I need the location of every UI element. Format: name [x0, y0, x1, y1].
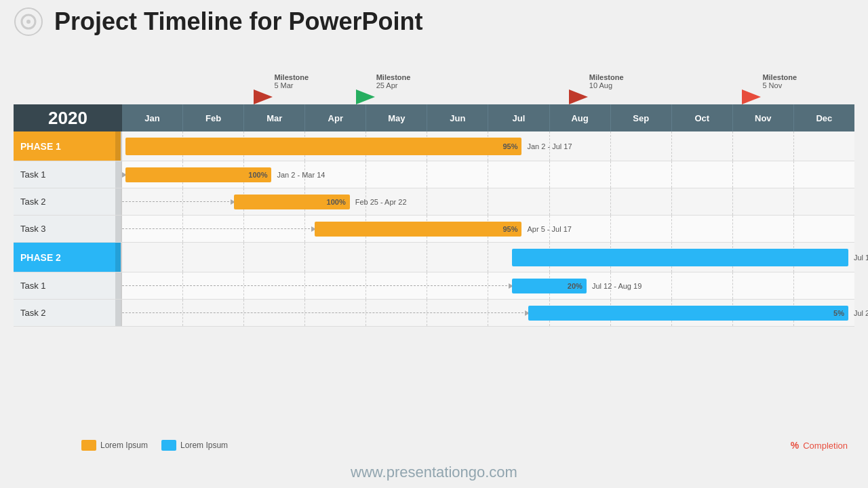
month-mar: Mar: [244, 104, 305, 131]
grid-col-Nov: [733, 272, 794, 299]
label-task3a: Task 3: [14, 216, 122, 242]
month-may: May: [366, 104, 427, 131]
month-jun: Jun: [427, 104, 488, 131]
cells-phase2: Jul 12 - Nov 27: [122, 243, 854, 272]
gantt-rows: PHASE 195%Jan 2 - Jul 17Task 1100%Jan 2 …: [14, 131, 854, 327]
label-stripe: [115, 243, 121, 272]
grid-col-Dec: [794, 216, 854, 242]
legend-label-2: Lorem Ipsum: [180, 441, 228, 450]
grid-col-Dec: [794, 272, 854, 299]
bar-phase1: 95%: [125, 138, 521, 155]
grid-col-Jul: [488, 188, 549, 215]
bar-completion-phase1: 95%: [502, 142, 517, 150]
date-range-task3a: Apr 5 - Jul 17: [528, 225, 572, 233]
date-range-task1a: Jan 2 - Mar 14: [277, 171, 326, 179]
milestone-m2: Milestone25 Apr: [356, 89, 375, 104]
bar-task2a: 100%: [234, 195, 350, 209]
grid-col-Aug: [550, 161, 611, 188]
gantt-row-task1a: Task 1100%Jan 2 - Mar 14: [14, 161, 854, 188]
grid-col-Dec: [794, 188, 854, 215]
grid-col-Aug: [550, 188, 611, 215]
cells-task1a: 100%Jan 2 - Mar 14: [122, 161, 854, 188]
footer: www.presentationgo.com: [0, 464, 868, 481]
grid-col-Feb: [183, 243, 244, 272]
label-stripe: [115, 161, 121, 188]
svg-marker-3: [254, 89, 273, 104]
bar-completion-task1a: 100%: [248, 171, 267, 179]
milestone-flag-m1: [254, 89, 273, 104]
legend-color-2: [161, 440, 176, 451]
logo-icon: [14, 7, 43, 37]
bar-completion-task2a: 100%: [327, 198, 346, 206]
grid-col-Sep: [611, 131, 672, 161]
month-jan: Jan: [122, 104, 183, 131]
svg-marker-6: [742, 89, 761, 104]
milestone-text-m4: Milestone5 Nov: [762, 73, 797, 89]
legend-item-2: Lorem Ipsum: [161, 440, 228, 451]
arrow-connector: [122, 228, 313, 230]
grid-col-Oct: [672, 216, 733, 242]
arrow-connector: [122, 312, 527, 314]
label-stripe: [115, 188, 121, 215]
bar-completion-task1b: 20%: [568, 282, 583, 290]
month-header-row: 2020 JanFebMarAprMayJunJulAugSepOctNovDe…: [14, 104, 854, 131]
header: Project Timeline for PowerPoint: [0, 0, 868, 40]
grid-col-Sep: [611, 188, 672, 215]
legend-item-1: Lorem Ipsum: [81, 440, 148, 451]
month-nov: Nov: [733, 104, 794, 131]
bar-completion-task2b: 5%: [833, 309, 844, 317]
cells-task2a: 100%Feb 25 - Apr 22: [122, 188, 854, 215]
grid-col-Oct: [672, 161, 733, 188]
grid-col-Oct: [672, 131, 733, 161]
grid-col-Jun: [427, 243, 488, 272]
label-task1a: Task 1: [14, 161, 122, 188]
svg-marker-5: [569, 89, 588, 104]
grid-col-Jun: [427, 188, 488, 215]
label-task1b: Task 1: [14, 272, 122, 299]
grid-col-May: [366, 161, 427, 188]
grid-col-Oct: [672, 188, 733, 215]
date-range-phase2: Jul 12 - Nov 27: [854, 253, 868, 262]
grid-col-Apr: [305, 243, 366, 272]
month-apr: Apr: [305, 104, 366, 131]
milestone-m4: Milestone5 Nov: [742, 89, 761, 104]
grid-col-Jul: [488, 161, 549, 188]
svg-marker-4: [356, 89, 375, 104]
cells-task3a: 95%Apr 5 - Jul 17: [122, 216, 854, 242]
month-oct: Oct: [672, 104, 733, 131]
label-stripe: [115, 131, 121, 161]
bar-completion-task3a: 95%: [502, 225, 517, 233]
grid-col-Nov: [733, 188, 794, 215]
milestone-m1: Milestone5 Mar: [254, 89, 273, 104]
month-sep: Sep: [611, 104, 672, 131]
grid-col-Nov: [733, 161, 794, 188]
legend: Lorem Ipsum Lorem Ipsum: [81, 440, 228, 451]
grid-col-Sep: [611, 216, 672, 242]
bar-task3a: 95%: [315, 222, 521, 237]
milestone-flag-m4: [742, 89, 761, 104]
gantt-row-phase2: PHASE 2Jul 12 - Nov 27: [14, 243, 854, 272]
milestone-flag-m2: [356, 89, 375, 104]
grid-col-Nov: [733, 131, 794, 161]
bar-task1a: 100%: [125, 167, 271, 182]
bar-task1b: 20%: [512, 279, 587, 293]
legend-label-1: Lorem Ipsum: [100, 441, 148, 450]
date-range-phase1: Jan 2 - Jul 17: [528, 142, 572, 150]
milestone-flag-m3: [569, 89, 588, 104]
label-stripe: [115, 272, 121, 299]
cells-task1b: 20%Jul 12 - Aug 19: [122, 272, 854, 299]
legend-color-1: [81, 440, 96, 451]
milestone-text-m1: Milestone5 Mar: [274, 73, 309, 89]
cells-phase1: 95%Jan 2 - Jul 17: [122, 131, 854, 161]
grid-col-May: [366, 243, 427, 272]
completion-label: Completion: [803, 441, 848, 451]
grid-col-Dec: [794, 131, 854, 161]
milestones-area: Milestone5 MarMilestone25 AprMilestone10…: [122, 40, 854, 104]
arrow-connector: [122, 285, 511, 287]
gantt-row-task3a: Task 395%Apr 5 - Jul 17: [14, 216, 854, 243]
label-task2b: Task 2: [14, 300, 122, 326]
gantt-row-task1b: Task 120%Jul 12 - Aug 19: [14, 272, 854, 300]
bar-phase2: [512, 249, 848, 266]
completion-legend: % Completion: [791, 440, 848, 451]
label-phase1: PHASE 1: [14, 131, 122, 161]
